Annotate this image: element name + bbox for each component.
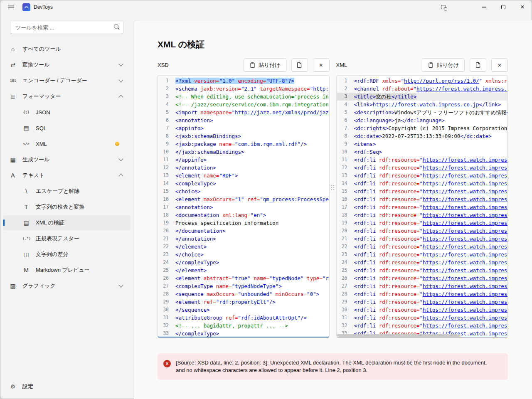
sidebar-item-encoders[interactable]: 101 エンコーダー / デコーダー (3, 73, 130, 88)
code-line: 17<rdf:li rdf:resource="https://forest.w… (337, 203, 508, 211)
code-line: 15<rdf:li rdf:resource="https://forest.w… (337, 187, 508, 195)
code-line: 10</jaxb:schemaBindings> (158, 148, 329, 156)
code-line: 15<choice> (158, 187, 329, 195)
json-icon: {;} (22, 110, 30, 114)
code-line: 31<attributeGroup ref="rdf:idAboutAttrOp… (158, 314, 329, 322)
code-line: 27<rdf:li rdf:resource="https://forest.w… (337, 282, 508, 290)
xml-code-editor[interactable]: 1<rdf:RDF xmlns="http://purl.org/rss/1.0… (336, 75, 508, 337)
search-input[interactable] (10, 25, 112, 31)
code-line: 11</appinfo> (158, 156, 329, 164)
sidebar-item-converters[interactable]: ⇄ 変換ツール (3, 57, 130, 72)
xsd-clear-button[interactable]: × (313, 58, 330, 72)
sidebar-item-xml-validator[interactable]: ▤ XML の検証 (3, 215, 130, 230)
code-line: 16<element maxOccurs="1" ref="qm_process… (158, 195, 329, 203)
panel-splitter[interactable] (331, 185, 334, 190)
code-line: 28<sequence maxOccurs="unbounded" minOcc… (158, 290, 329, 298)
code-line: 26<element abstract="true" name="typedNo… (158, 274, 329, 282)
minimize-icon (482, 7, 486, 7)
sidebar-item-text[interactable]: A テキスト (3, 168, 130, 183)
xsd-code-editor[interactable]: 1<?xml version="1.0" encoding="UTF-8"?>2… (158, 75, 330, 337)
binary-icon: 101 (9, 79, 17, 83)
code-line: 26<rdf:li rdf:resource="https://forest.w… (337, 274, 508, 282)
code-line: 24<rdf:li rdf:resource="https://forest.w… (337, 259, 508, 266)
regex-icon: (.*) (22, 236, 30, 241)
maximize-button[interactable] (494, 0, 513, 14)
escape-icon: ∖ (22, 188, 30, 195)
chevron-up-icon (118, 174, 123, 178)
app-title: DevToys (34, 4, 53, 10)
code-line: 32<rdf:li rdf:resource="https://forest.w… (337, 322, 508, 330)
clear-icon: × (319, 62, 323, 68)
sidebar-item-regex[interactable]: (.*) 正規表現テスター (3, 231, 130, 246)
sidebar-item-settings[interactable]: ⚙ 設定 (3, 379, 130, 394)
sidebar-item-sql[interactable]: ▤ SQL (3, 121, 130, 135)
sidebar-item-all-tools[interactable]: ⌂ すべてのツール (3, 42, 130, 57)
chevron-up-icon (118, 95, 123, 99)
sidebar-item-formatters[interactable]: ≣ フォーマッター (3, 89, 130, 104)
code-line: 28<rdf:li rdf:resource="https://forest.w… (337, 290, 508, 298)
code-line: 29<rdf:li rdf:resource="https://forest.w… (337, 298, 508, 306)
file-icon (475, 62, 481, 68)
lightbulb-icon (115, 142, 119, 146)
code-line: 11<rdf:li rdf:resource="https://forest.w… (337, 156, 508, 164)
chevron-down-icon (118, 62, 123, 66)
code-line: 8<dc:date>2022-07-25T13:13:33+09:00</dc:… (337, 132, 508, 140)
sidebar-item-diff[interactable]: ◫ 文字列の差分 (3, 247, 130, 262)
xsd-paste-button[interactable]: 貼り付け (244, 58, 286, 72)
code-line: 12</annotation> (158, 164, 329, 172)
code-line: 14<complexType> (158, 180, 329, 187)
code-line: 21<rdf:li rdf:resource="https://forest.w… (337, 235, 508, 243)
code-line: 23</choice> (158, 251, 329, 259)
xml-paste-button[interactable]: 貼り付け (422, 58, 465, 72)
devtoys-window: <> DevToys × ⌂ すべてのツール ⇄ 変換ツール 101 エンコーダ… (0, 0, 532, 399)
code-line: 4<!-- /jazz/secure/service/com.ibm.rqm.i… (158, 101, 329, 108)
code-line: 1<rdf:RDF xmlns="http://purl.org/rss/1.0… (337, 77, 508, 85)
xml-panel: XML 貼り付け (336, 58, 508, 337)
xml-open-file-button[interactable] (470, 58, 486, 72)
code-line: 24</complexType> (158, 259, 329, 266)
markdown-icon: M (22, 267, 30, 273)
code-line: 14<rdf:li rdf:resource="https://forest.w… (337, 180, 508, 187)
code-line: 22<rdf:li rdf:resource="https://forest.w… (337, 243, 508, 251)
minimize-button[interactable] (475, 0, 494, 14)
code-line: 7<dc:rights>Copyright (c) 2015 Impress C… (337, 124, 508, 132)
maximize-icon (501, 5, 505, 9)
error-message: [Source: XSD data, line: 2, position: 3]… (176, 359, 492, 374)
compact-overlay-button[interactable] (436, 1, 451, 13)
sidebar-item-json[interactable]: {;} JSON (3, 105, 130, 120)
sidebar-item-xml[interactable]: </> XML (3, 136, 130, 151)
xml-clear-button[interactable]: × (491, 58, 508, 72)
convert-icon: ⇄ (9, 62, 17, 68)
code-line: 13<element name="RDF"> (158, 172, 329, 180)
xsd-open-file-button[interactable] (291, 58, 308, 72)
sidebar-item-generators[interactable]: ▦ 生成ツール (3, 152, 130, 167)
code-line: 27<complexType name="typedNodeType"> (158, 282, 329, 290)
xml-validator-icon: ▤ (22, 219, 30, 226)
clipboard-icon (249, 62, 256, 68)
horizontal-scrollbar[interactable] (337, 334, 461, 337)
sidebar-item-markdown[interactable]: M Markdown プレビュー (3, 263, 130, 278)
clipboard-icon (428, 62, 434, 68)
gear-icon: ⚙ (9, 383, 17, 390)
hamburger-menu-button[interactable] (2, 1, 19, 13)
code-line: 3<title>窓の杜</title> (337, 93, 508, 101)
close-button[interactable]: × (513, 0, 532, 14)
formatter-icon: ≣ (9, 93, 17, 100)
generator-icon: ▦ (9, 156, 17, 163)
search-icon[interactable] (112, 23, 123, 32)
code-line: 4<link>https://forest.watch.impress.co.j… (337, 101, 508, 108)
code-line: 31<rdf:li rdf:resource="https://forest.w… (337, 314, 508, 322)
code-line: 18<documentation xml:lang="en"> (158, 211, 329, 219)
xml-icon: </> (22, 142, 30, 146)
sidebar-item-inspect[interactable]: T 文字列の検査と変換 (3, 200, 130, 214)
sidebar-item-graphic[interactable]: ▨ グラフィック (3, 278, 130, 293)
code-line: 16<rdf:li rdf:resource="https://forest.w… (337, 195, 508, 203)
code-line: 19<rdf:li rdf:resource="https://forest.w… (337, 219, 508, 227)
code-line: 2<schema jaxb:version="2.1" targetNamesp… (158, 85, 329, 93)
code-line: 10<rdf:Seq> (337, 148, 508, 156)
sql-icon: ▤ (22, 125, 30, 131)
sidebar-item-escape[interactable]: ∖ エスケープと解除 (3, 184, 130, 199)
code-line: 30<rdf:li rdf:resource="https://forest.w… (337, 306, 508, 314)
code-line: 21</annotation> (158, 235, 329, 243)
devtoys-logo-icon: <> (22, 3, 30, 11)
